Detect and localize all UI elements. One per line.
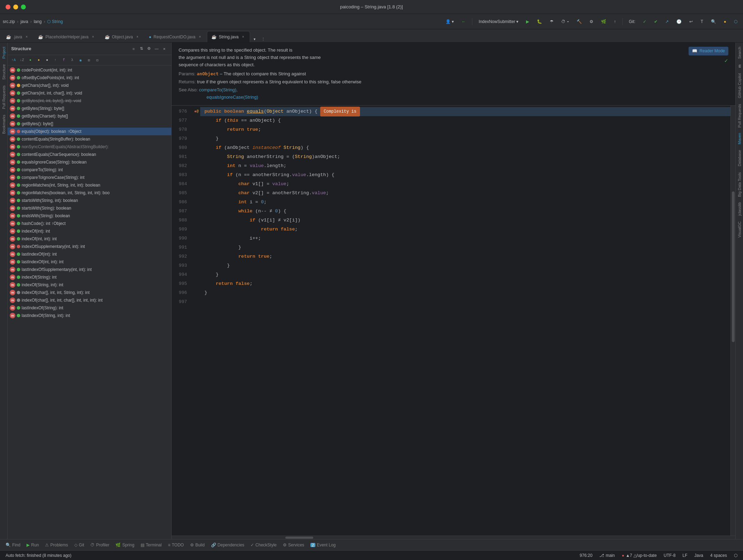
expand-all[interactable]: ⊟ [93, 56, 101, 64]
list-item[interactable]: m hashCode(): int ↑Object [8, 220, 171, 227]
structure-close-icon[interactable]: × [161, 45, 168, 52]
event-log-tool[interactable]: 2 Event Log [308, 542, 338, 548]
tab-java-close[interactable]: × [24, 35, 29, 39]
list-item[interactable]: m lastIndexOf(int): int [8, 250, 171, 258]
structure-tool[interactable]: Structure [1, 61, 7, 83]
list-item[interactable]: m compareToIgnoreCase(String): int [8, 174, 171, 181]
run-button[interactable]: ▶ [523, 18, 532, 25]
git-check-button[interactable]: ✓ [640, 18, 649, 25]
list-item[interactable]: m startsWith(String, int): boolean [8, 197, 171, 204]
dependencies-tool[interactable]: 🔗 Dependencies [208, 542, 247, 548]
status-autofetch[interactable]: Auto fetch: finished (8 minutes ago) [3, 553, 74, 558]
list-item[interactable]: m lastIndexOf(int, int): int [8, 258, 171, 266]
list-item[interactable]: m indexOfSupplementary(int, int): int [8, 243, 171, 250]
list-item[interactable]: m indexOf(int): int [8, 227, 171, 235]
window-controls[interactable] [6, 5, 26, 9]
list-item[interactable]: m lastIndexOfSupplementary(int, int): in… [8, 266, 171, 273]
see-also-link1[interactable]: compareTo(String), [199, 87, 238, 92]
list-item[interactable]: m nonSyncContentEquals(AbstractStringBui… [8, 143, 171, 151]
horizontal-scrollbar[interactable] [172, 536, 735, 539]
filter-blue[interactable]: ◉ [77, 56, 84, 64]
profiler-tool[interactable]: ⏱ Profiler [88, 542, 112, 548]
list-item[interactable]: m compareTo(String): int [8, 166, 171, 174]
checkstyle-tool[interactable]: ✓ CheckStyle [248, 542, 279, 548]
spring-tool[interactable]: 🌿 Spring [113, 542, 137, 548]
filter-expand[interactable]: ⊞ [85, 56, 93, 64]
list-item[interactable]: m indexOf(String): int [8, 273, 171, 281]
list-item[interactable]: m equalsIgnoreCase(String): boolean [8, 158, 171, 166]
tool-maven[interactable]: Maven [736, 130, 743, 147]
list-item[interactable]: m getBytes(): byte[] [8, 120, 171, 128]
list-item[interactable]: m indexOf(char[], int, int, String, int)… [8, 289, 171, 296]
tab-object[interactable]: ☕ Object.java × [100, 31, 144, 42]
undo-button[interactable]: ↩ [686, 18, 696, 25]
status-filetype[interactable]: Java [692, 553, 705, 558]
list-item[interactable]: m lastIndexOf(String, int): int [8, 312, 171, 319]
terminal-tool[interactable]: ▤ Terminal [138, 542, 164, 548]
status-position[interactable]: 976:20 [578, 553, 595, 558]
close-button[interactable] [6, 5, 10, 9]
scrollbar-track[interactable] [730, 106, 735, 536]
build2-button[interactable]: ⚙ [587, 18, 596, 25]
structure-sort-icon[interactable]: ≡ [130, 45, 137, 52]
tool-pull-requests[interactable]: Pull Requests [736, 101, 743, 130]
debug-button[interactable]: 🐛 [534, 18, 545, 25]
list-item[interactable]: m getBytes(String): byte[] [8, 105, 171, 112]
tab-requestcount[interactable]: ● RequestCountDO.java × [144, 31, 207, 42]
status-git-status[interactable]: ● ▲7 △/up-to-date [620, 553, 659, 558]
list-item[interactable]: m getBytes(int, int, byte[], int): void [8, 97, 171, 105]
list-item[interactable]: m offsetByCodePoints(int, int): int [8, 74, 171, 82]
search-button[interactable]: 🔍 [708, 18, 719, 25]
list-item[interactable]: m endsWith(String): boolean [8, 212, 171, 220]
list-item[interactable]: m getChars(char[], int): void [8, 82, 171, 89]
tab-overflow-button[interactable]: ▾ [252, 36, 258, 42]
filter-inherited[interactable]: ↑ [52, 56, 59, 64]
user-button[interactable]: 👤 ▾ [443, 18, 457, 25]
list-item[interactable]: m startsWith(String): boolean [8, 204, 171, 212]
list-item[interactable]: m lastIndexOf(String): int [8, 304, 171, 312]
list-item[interactable]: m getChars(int, int, char[], int): void [8, 89, 171, 97]
services-tool[interactable]: ⚙ Services [280, 542, 307, 548]
status-indent[interactable]: 4 spaces [708, 553, 729, 558]
tab-string-close[interactable]: × [241, 35, 246, 39]
status-encoding[interactable]: UTF-8 [662, 553, 678, 558]
minimize-button[interactable] [13, 5, 18, 9]
list-item[interactable]: m regionMatches(int, String, int, int): … [8, 181, 171, 189]
filter-protected[interactable]: ● [35, 56, 43, 64]
breadcrumb-java[interactable]: java [21, 19, 28, 24]
sort-alpha-asc[interactable]: ↑A [10, 56, 17, 64]
list-item[interactable]: m contentEquals(CharSequence): boolean [8, 151, 171, 158]
filter-package[interactable]: ● [43, 56, 51, 64]
structure-filter-icon[interactable]: ⇅ [138, 45, 145, 52]
tool-github-copilot-label[interactable]: GitHub Copilot [736, 70, 743, 101]
breadcrumb-lang[interactable]: lang [34, 19, 42, 24]
translate-button[interactable]: T [698, 18, 706, 25]
profile-button[interactable]: ⏱ ▾ [558, 18, 571, 25]
breadcrumb-src[interactable]: src.zip [3, 19, 15, 24]
filter-fields[interactable]: f [60, 56, 68, 64]
filter-anon[interactable]: λ [68, 56, 76, 64]
git-push-button[interactable]: ↑ [611, 18, 619, 25]
find-tool[interactable]: 🔍 Find [3, 542, 23, 548]
list-item[interactable]: m equals(Object): boolean ↑Object [8, 128, 171, 135]
project-tool[interactable]: Project [1, 44, 7, 61]
status-branch[interactable]: ⎇ main [597, 553, 617, 558]
maximize-button[interactable] [21, 5, 26, 9]
structure-minimize-icon[interactable]: — [153, 45, 160, 52]
tool-big-data-tools[interactable]: Big Data Tools [736, 169, 743, 200]
build-button[interactable]: 🔨 [574, 18, 585, 25]
git-push2-button[interactable]: ↗ [662, 18, 671, 25]
list-item[interactable]: m codePointCount(int, int): int [8, 66, 171, 74]
pull-requests-tool[interactable]: Pull Requests [1, 83, 7, 112]
tab-java[interactable]: ☕ .java × [1, 31, 33, 42]
tab-settings-button[interactable]: ⋮ [259, 36, 267, 42]
run-config-button[interactable]: IndexNowSubmitter ▾ [476, 18, 521, 25]
tool-jclasslib[interactable]: jclasslib [736, 199, 743, 219]
list-item[interactable]: m getBytes(Charset): byte[] [8, 112, 171, 120]
list-item[interactable]: m indexOf(int, int): int [8, 235, 171, 243]
list-item[interactable]: m indexOf(String, int): int [8, 281, 171, 289]
tool-database[interactable]: Database [736, 147, 743, 169]
problems-tool[interactable]: ⚠ Problems [42, 542, 71, 548]
tool-visualgc[interactable]: VisualGC [736, 219, 743, 240]
settings-button[interactable]: ⬡ [731, 18, 740, 25]
